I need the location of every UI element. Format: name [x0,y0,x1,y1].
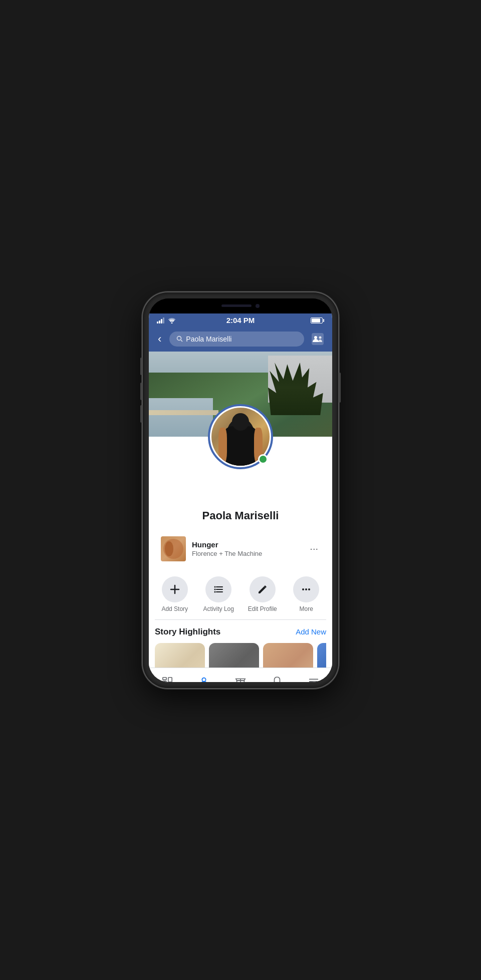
music-card[interactable]: Hunger Florence + The Machine ··· [155,531,326,566]
svg-point-1 [177,337,181,341]
music-more-button[interactable]: ··· [308,541,320,556]
action-buttons-row: Add Story [149,570,332,619]
profile-name-area: Paola Mariselli [149,472,332,527]
more-label: More [300,605,313,612]
screen-content: 2:04 PM ‹ Paola Mariselli [149,313,332,682]
svg-point-4 [314,336,317,339]
cover-water [149,398,213,437]
music-info: Hunger Florence + The Machine [192,540,302,557]
music-thumbnail [161,536,186,561]
album-figure [165,541,174,556]
svg-point-5 [319,336,322,339]
nav-feed[interactable] [149,673,185,682]
more-circle [293,576,319,602]
svg-point-12 [214,591,216,592]
online-indicator [258,454,268,464]
nav-notifications[interactable] [259,673,296,682]
more-button[interactable]: More [285,576,329,612]
activity-log-circle [205,576,231,602]
avatar-spacer [149,437,332,472]
add-story-circle [162,576,188,602]
avatar-ring [208,404,273,469]
highlights-section: Story Highlights Add New [149,620,332,668]
svg-point-14 [302,588,304,590]
svg-point-15 [305,588,307,590]
camera-dot [256,304,260,308]
svg-rect-18 [162,681,166,682]
svg-point-21 [202,678,205,681]
feed-icon [161,675,174,682]
back-button[interactable]: ‹ [155,332,164,347]
hamburger-icon [307,675,320,682]
wifi-icon [168,317,176,323]
profile-icon-button[interactable] [309,331,326,348]
highlight-item-2[interactable] [209,643,259,668]
highlights-title: Story Highlights [155,627,220,637]
svg-point-10 [214,588,216,590]
search-text: Paola Mariselli [186,335,231,343]
bell-icon [271,675,284,682]
pencil-icon [257,584,268,595]
edit-profile-label: Edit Profile [248,605,277,612]
svg-rect-17 [162,677,166,680]
nav-bar: ‹ Paola Mariselli [149,326,332,352]
phone-screen: 2:04 PM ‹ Paola Mariselli [149,298,332,682]
search-bar[interactable]: Paola Mariselli [169,332,304,347]
svg-point-16 [308,588,310,590]
svg-rect-3 [312,333,324,345]
avatar-arm-left [218,428,227,463]
list-icon [213,584,224,595]
add-story-button[interactable]: Add Story [153,576,197,612]
nav-profile[interactable] [185,673,222,682]
avatar-body [222,426,259,466]
avatar-head [233,414,248,428]
signal-icon [157,317,164,323]
speaker-grille [221,304,252,307]
music-title: Hunger [192,540,302,549]
dots-icon [301,584,312,595]
people-icon [311,332,325,346]
phone-frame: 2:04 PM ‹ Paola Mariselli [143,292,338,688]
status-time: 2:04 PM [226,316,255,324]
edit-profile-button[interactable]: Edit Profile [241,576,285,612]
svg-rect-19 [168,677,171,682]
profile-name: Paola Mariselli [149,509,332,522]
status-indicators [157,317,176,323]
svg-point-8 [214,586,216,587]
highlight-item-1[interactable] [155,643,205,668]
edit-profile-circle [250,576,276,602]
svg-point-0 [171,322,173,323]
activity-log-button[interactable]: Activity Log [197,576,241,612]
bottom-nav [149,668,332,682]
nav-menu[interactable] [296,673,332,682]
profile-section: Paola Mariselli Hunger Florence + The Ma… [149,437,332,668]
search-icon [176,336,183,342]
music-artist: Florence + The Machine [192,550,302,557]
nav-marketplace[interactable] [222,673,259,682]
highlight-item-3[interactable] [263,643,313,668]
battery-indicator [311,317,324,323]
highlights-row [155,643,326,668]
plus-icon [169,584,180,595]
activity-log-label: Activity Log [203,605,234,612]
profile-nav-icon [197,675,210,682]
highlights-header: Story Highlights Add New [155,627,326,637]
status-bar: 2:04 PM [149,313,332,326]
avatar-container [208,404,273,469]
add-story-label: Add Story [161,605,188,612]
marketplace-icon [234,675,247,682]
content-area: Paola Mariselli Hunger Florence + The Ma… [149,352,332,668]
add-new-button[interactable]: Add New [296,627,326,636]
highlight-item-4[interactable] [317,643,326,668]
svg-line-2 [181,340,182,342]
